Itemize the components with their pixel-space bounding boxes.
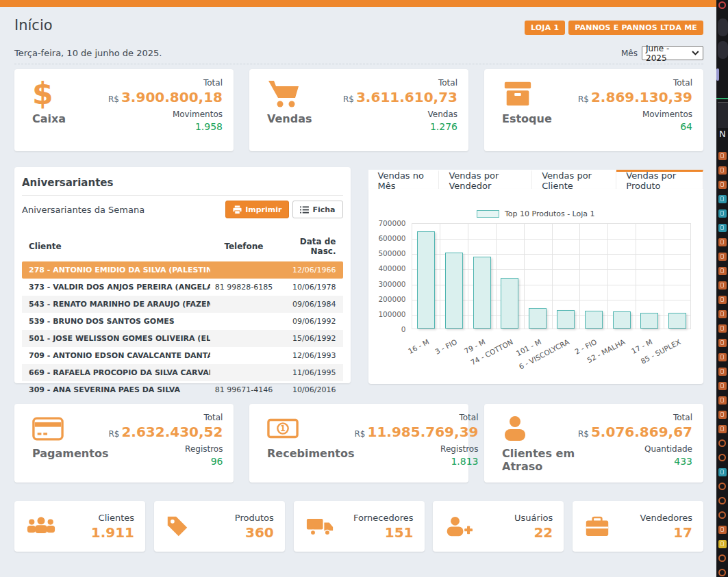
data-nasc-cell: 10/06/1978 <box>277 283 336 292</box>
vendedores-mini-card[interactable]: Vendedores 17 <box>573 501 703 552</box>
total-amount: 5.076.869,67 <box>591 424 692 440</box>
y-tick-label: 500000 <box>368 249 406 257</box>
cliente-cell: 543 - RENATO MARINHO DE ARAUJO (FAZEND..… <box>29 300 210 309</box>
count-value: 1.958 <box>108 121 223 132</box>
birthdays-table: Cliente Telefone Data de Nasc. 278 - ANT… <box>22 233 343 398</box>
legend-swatch <box>477 210 499 218</box>
usuarios-mini-card[interactable]: Usuários 22 <box>433 501 564 552</box>
window-edge-fragment <box>718 209 727 218</box>
gridline <box>579 224 580 329</box>
currency-label: R$ <box>578 94 589 104</box>
window-edge-fragment <box>718 411 727 419</box>
window-edge-fragment <box>718 1 726 9</box>
top-accent-bar <box>0 0 716 7</box>
sales-chart-section: Vendas no Mês Vendas por Vendedor Vendas… <box>368 167 703 384</box>
month-select[interactable]: June - 2025 <box>642 46 703 60</box>
box-icon <box>502 78 552 110</box>
count-label: Registros <box>355 444 479 454</box>
money-bill-icon: 1 <box>267 413 355 444</box>
gridline <box>412 239 690 240</box>
total-amount: 2.869.130,39 <box>591 89 692 105</box>
bar-6 - VISCOLYCRA <box>557 310 575 329</box>
currency-label: R$ <box>355 429 366 439</box>
birthday-row[interactable]: 539 - BRUNO DOS SANTOS GOMES09/06/1992 <box>22 313 343 330</box>
gridline <box>664 224 664 329</box>
count-label: Registros <box>108 444 223 454</box>
birthdays-panel: Aniversariantes Aniversariantes da Seman… <box>14 167 351 383</box>
window-edge-fragment <box>718 324 727 333</box>
print-button-label: Imprimir <box>245 205 281 214</box>
birthday-row[interactable]: 309 - ANA SEVERINA PAES DA SILVA81 99671… <box>22 381 343 398</box>
store-badge[interactable]: LOJA 1 <box>525 21 565 35</box>
users-icon <box>27 516 55 537</box>
bar-16 - M <box>417 231 435 329</box>
briefcase-icon <box>585 516 610 537</box>
window-edge-fragment <box>718 468 727 476</box>
total-label: Total <box>343 78 457 88</box>
count-value: 433 <box>578 456 692 467</box>
card-title: Recebimentos <box>267 447 355 460</box>
y-tick-label: 700000 <box>368 219 406 227</box>
products-bar-chart: Top 10 Produtos - Loja 1 010000020000030… <box>368 189 703 384</box>
window-edge-fragment <box>716 68 719 81</box>
mini-value: 151 <box>353 524 414 541</box>
print-button[interactable]: Imprimir <box>225 201 289 218</box>
svg-text:1: 1 <box>280 424 286 433</box>
data-nasc-cell: 12/06/1966 <box>277 266 336 274</box>
birthdays-subtitle: Aniversariantes da Semana <box>22 205 145 215</box>
card-title: Caixa <box>32 112 66 125</box>
bar-17 - M <box>640 313 658 329</box>
birthday-row[interactable]: 543 - RENATO MARINHO DE ARAUJO (FAZEND..… <box>22 296 343 313</box>
ficha-button[interactable]: Ficha <box>292 201 342 218</box>
birthday-row[interactable]: 709 - ANTONIO EDSON CAVALCANTE DANTAS12/… <box>22 347 343 364</box>
window-edge-fragment <box>718 267 727 275</box>
recebimentos-card: 1 Recebimentos Total R$11.985.769,39 Reg… <box>249 404 468 483</box>
bar-101 - M <box>529 308 547 329</box>
chevron-down-icon <box>692 51 699 55</box>
tab-vendas-por-vendedor[interactable]: Vendas por Vendedor <box>439 170 532 189</box>
window-edge-fragment <box>718 152 727 160</box>
dashboard-page: Início LOJA 1 PANNOS E PANNOS LTDA ME Te… <box>0 7 716 552</box>
legend-label: Top 10 Produtos - Loja 1 <box>505 209 595 218</box>
caixa-card: $ Caixa Total R$3.900.800,18 Movimentos … <box>14 69 234 151</box>
window-edge-fragment <box>718 18 728 36</box>
window-edge-fragment <box>718 353 727 361</box>
window-edge-fragment <box>718 102 728 128</box>
birthday-row[interactable]: 501 - JOSE WELISSON GOMES OLIVEIRA (ELC.… <box>22 330 343 347</box>
birthday-row[interactable]: 373 - VALDIR DOS ANJOS PEREIRA (ANGELA)8… <box>22 279 343 296</box>
user-icon <box>502 413 578 444</box>
telefone-cell: 81 99671-4146 <box>210 385 278 394</box>
card-title: Estoque <box>502 112 552 125</box>
user-plus-icon <box>445 516 473 537</box>
clientes-mini-card[interactable]: Clientes 1.911 <box>14 501 145 552</box>
window-edge-fragment <box>718 296 727 304</box>
count-value: 64 <box>578 121 692 132</box>
tab-vendas-por-cliente[interactable]: Vendas por Cliente <box>532 170 616 189</box>
tab-vendas-por-produto[interactable]: Vendas por Produto <box>616 170 703 189</box>
window-edge-fragment <box>718 526 727 534</box>
fornecedores-mini-card[interactable]: Fornecedores 151 <box>294 501 425 552</box>
count-label: Movimentos <box>108 110 223 119</box>
x-tick-label: 3 - FIO <box>434 337 458 356</box>
mini-label: Produtos <box>235 513 274 523</box>
total-label: Total <box>108 78 223 88</box>
bar-2 - FIO <box>585 311 603 329</box>
cliente-cell: 709 - ANTONIO EDSON CAVALCANTE DANTAS <box>29 351 210 360</box>
window-edge-fragment <box>718 425 727 433</box>
mini-value: 22 <box>514 524 553 541</box>
adjacent-window-edge: N <box>716 0 728 577</box>
produtos-mini-card[interactable]: Produtos 360 <box>154 501 285 552</box>
truck-icon <box>306 517 334 536</box>
column-header-telefone: Telefone <box>210 242 278 251</box>
data-nasc-cell: 15/06/1992 <box>277 334 336 343</box>
window-edge-fragment <box>718 181 727 189</box>
birthday-row[interactable]: 669 - RAFAELA PROCOPIO DA SILVA CARVALHO… <box>22 364 343 381</box>
store-badges: LOJA 1 PANNOS E PANNOS LTDA ME <box>525 21 703 35</box>
birthdays-title: Aniversariantes <box>22 175 343 196</box>
y-tick-label: 400000 <box>368 264 406 272</box>
company-badge[interactable]: PANNOS E PANNOS LTDA ME <box>568 21 703 35</box>
birthday-row[interactable]: 278 - ANTONIO EMIDIO DA SILVA (PALESTINA… <box>22 261 343 279</box>
tab-vendas-no-mes[interactable]: Vendas no Mês <box>368 170 440 189</box>
cliente-cell: 309 - ANA SEVERINA PAES DA SILVA <box>29 385 210 394</box>
window-edge-fragment <box>718 253 727 261</box>
